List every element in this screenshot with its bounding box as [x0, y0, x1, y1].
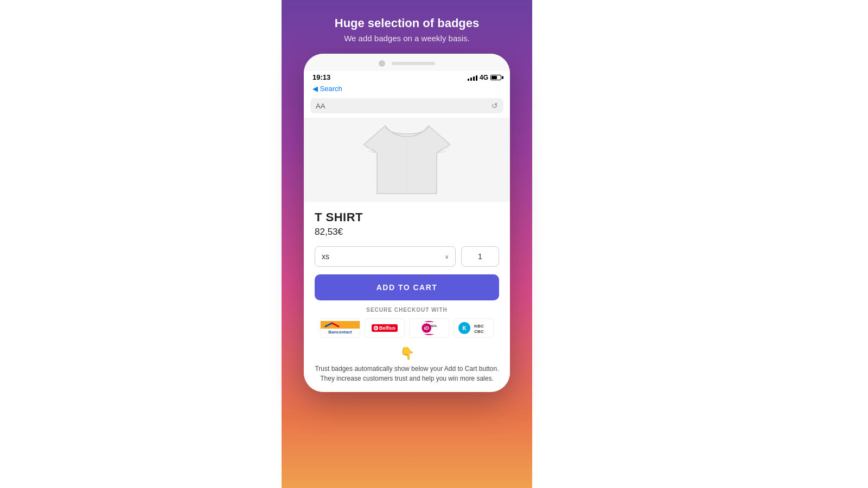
phone-status-bar: 19:13 4G — [304, 71, 510, 84]
phone-back-button[interactable]: ◀ Search — [312, 85, 342, 93]
kbc-badge: K KBC CBC — [454, 318, 494, 338]
svg-text:B: B — [375, 326, 378, 330]
hero-title: Huge selection of badges — [335, 16, 480, 30]
left-panel — [0, 0, 282, 488]
belfius-label: B Belfius — [372, 324, 398, 332]
svg-text:K: K — [462, 325, 467, 331]
refresh-icon[interactable]: ↺ — [492, 101, 498, 110]
center-panel: Huge selection of badges We add badges o… — [282, 0, 532, 488]
page-wrapper: Huge selection of badges We add badges o… — [0, 0, 868, 488]
ideal-label: iD iDEAL — [420, 321, 438, 335]
svg-text:iD: iD — [424, 325, 429, 331]
payment-badges: Bancontact B Belfius — [315, 318, 499, 338]
signal-bars-icon — [468, 74, 477, 81]
network-type: 4G — [480, 74, 488, 81]
phone-address-bar[interactable]: AA ↺ — [310, 98, 503, 113]
product-options: xs ∨ 1 — [315, 246, 499, 267]
product-name: T SHIRT — [315, 210, 499, 224]
phone-top-bar — [304, 54, 510, 71]
phone-speaker — [392, 62, 435, 65]
svg-text:iDEAL: iDEAL — [429, 325, 437, 328]
quantity-input[interactable]: 1 — [461, 246, 499, 267]
svg-text:CBC: CBC — [474, 329, 484, 334]
phone-nav-bar: ◀ Search — [304, 84, 510, 96]
secure-checkout-label: SECURE CHECKOUT WITH — [315, 307, 499, 313]
battery-icon — [490, 75, 501, 80]
phone-camera — [379, 60, 385, 67]
trust-emoji: 👇 — [315, 346, 499, 361]
status-right: 4G — [468, 74, 501, 81]
right-panel — [532, 0, 868, 488]
status-time: 19:13 — [312, 73, 330, 81]
size-selector[interactable]: xs ∨ — [315, 246, 456, 267]
bancontact-stripe — [321, 321, 360, 329]
product-details: T SHIRT 82,53€ xs ∨ 1 ADD TO CART SECURE… — [304, 202, 510, 392]
trust-text: Trust badges automatically show below yo… — [315, 364, 499, 383]
ideal-badge: iD iDEAL — [409, 318, 449, 338]
bancontact-badge: Bancontact — [320, 318, 360, 338]
hero-subtitle: We add badges on a weekly basis. — [344, 34, 470, 43]
svg-text:KBC: KBC — [474, 324, 484, 329]
tshirt-image — [363, 120, 450, 199]
product-price: 82,53€ — [315, 227, 499, 237]
phone-mockup: 19:13 4G ◀ Search — [304, 54, 510, 392]
size-value: xs — [322, 252, 329, 261]
chevron-down-icon: ∨ — [445, 254, 449, 260]
product-image-area — [304, 118, 510, 202]
address-text: AA — [316, 102, 492, 110]
bancontact-label: Bancontact — [327, 329, 353, 336]
belfius-badge: B Belfius — [365, 318, 405, 338]
add-to-cart-button[interactable]: ADD TO CART — [315, 274, 499, 300]
battery-fill — [492, 76, 497, 79]
